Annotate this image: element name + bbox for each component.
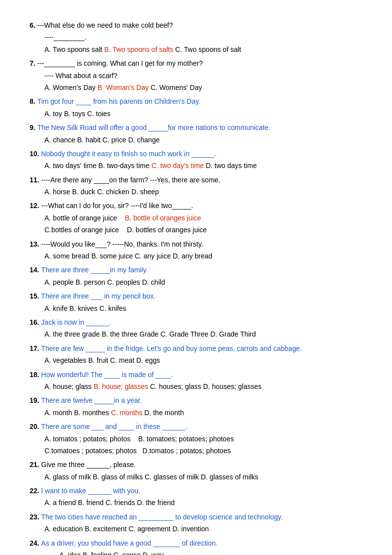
option-b: B. the three Grade [102, 330, 160, 338]
option-c: C. chicken [97, 188, 131, 196]
option-d: D. way [143, 551, 164, 555]
question-text: ---________ is coming. What can I get fo… [38, 59, 203, 67]
option-a: A. Women's Day [44, 84, 97, 91]
option-a: A. house; glass [44, 383, 94, 390]
question-text: As a driver, you should have a good ____… [41, 539, 217, 547]
question-text: ----Would you like___? -----No, thanks. … [41, 240, 203, 248]
question-text: There are some ___ and ____ in these ___… [41, 423, 187, 430]
option-a: A. knife [44, 304, 70, 312]
options-line: A. Two spoons salt B. Two spoons of salt… [44, 44, 362, 55]
question-line: 12. ---What can I do for you, sir? ----I… [30, 200, 362, 211]
question-block: 21. Give me three ______, please.A. glas… [30, 459, 362, 482]
question-number: 8. [30, 97, 38, 105]
question-number: 23. [30, 513, 41, 521]
question-line: 16. Jack is now in ______. [30, 317, 362, 328]
option-d: D. sheep [131, 188, 159, 196]
question-number: 14. [30, 266, 41, 274]
option-b: B. toys [64, 110, 87, 118]
options-line: A. chance B. habit C. price D. change [44, 134, 362, 145]
question-text: Nobody thought it easy to finish so much… [41, 150, 216, 158]
option-c: C.bottles of orange juice [44, 226, 119, 234]
option-c: C. months [111, 409, 145, 417]
option-b: B. feeling [82, 551, 113, 555]
option-d: D. Grade Third [210, 330, 256, 338]
option-c: C. Two spoons of salt [175, 45, 241, 53]
question-number: 9. [30, 124, 38, 131]
options-line: A. vegetables B. fruit C. meat D. eggs [44, 355, 362, 366]
question-line2: ----________. [44, 32, 362, 43]
question-line: 17. There are few _____ in the fridge. L… [30, 343, 362, 354]
option-a: A. two days' time [44, 162, 98, 170]
options-line: A. month B. monthes C. months D. the mon… [44, 407, 362, 418]
options-line: A. people B. person C. peoples D. child [44, 277, 362, 288]
options-line: A. horse B. duck C. chicken D. sheep [44, 186, 362, 197]
question-line: 21. Give me three ______, please. [30, 459, 362, 470]
quiz-container: 6. ---What else do we need to make cold … [30, 20, 362, 555]
option-d: D. two days time [206, 162, 257, 170]
question-block: 24. As a driver, you should have a good … [30, 538, 362, 555]
question-text: There are few _____ in the fridge. Let's… [41, 344, 302, 352]
option-a: A. vegetables [44, 356, 88, 364]
option-a: A. glass of milk [44, 473, 93, 481]
options-row2: C.tomatoes ; potatoes; photos D.tomatos … [44, 445, 362, 456]
option-a: A. the three grade [44, 330, 102, 338]
question-number: 12. [30, 202, 41, 210]
option-c: C. Grade Three [160, 330, 210, 338]
option-a: A. toy [44, 110, 64, 118]
question-text: There are twelve _____in a year. [41, 396, 142, 404]
question-block: 13. ----Would you like___? -----No, than… [30, 239, 362, 262]
question-number: 17. [30, 344, 41, 352]
question-number: 21. [30, 461, 41, 469]
question-text: The two cities have reached an _________… [41, 513, 282, 521]
question-text: How wonderful! The ____ is made of ____. [41, 371, 173, 379]
question-block: 17. There are few _____ in the fridge. L… [30, 343, 362, 366]
question-number: 10. [30, 150, 41, 158]
question-text: I want to make ______ with you. [41, 487, 140, 495]
option-c: C. price [103, 136, 128, 144]
option-a: A. idea [59, 551, 82, 555]
question-block: 20. There are some ___ and ____ in these… [30, 421, 362, 456]
question-text: The New Silk Road will offer a good ____… [38, 124, 271, 131]
option-b: B. monthes [74, 409, 111, 417]
question-number: 16. [30, 318, 41, 326]
option-c: C. two day's time [152, 162, 206, 170]
options-line: A. idea B. feeling C. sense D. way [59, 550, 362, 555]
question-line: 24. As a driver, you should have a good … [30, 538, 362, 549]
options-row1: A. tomatos ; potatos; photos B. tomatoes… [44, 433, 362, 444]
question-block: 7. ---________ is coming. What can I get… [30, 58, 362, 93]
option-d: D. child [142, 278, 165, 286]
question-number: 15. [30, 292, 41, 300]
question-line: 10. Nobody thought it easy to finish so … [30, 148, 362, 159]
option-c: C. friends [106, 499, 137, 507]
question-line: 11. ----Are there any ____on the farm? -… [30, 174, 362, 185]
question-text: There are three ___ in my pencil box. [41, 292, 156, 300]
question-line: 18. How wonderful! The ____ is made of _… [30, 369, 362, 380]
option-c: C. peoples [107, 278, 142, 286]
option-b: B. habit [77, 136, 102, 144]
options-line: A. some bread B. some juice C. any juice… [44, 251, 362, 261]
option-c: C. meat [110, 356, 136, 364]
question-line: 13. ----Would you like___? -----No, than… [30, 239, 362, 250]
option-d: D. any bread [173, 252, 212, 260]
option-c: C. agreement [128, 525, 172, 533]
options-row2: C.bottles of orange juiceD. bottles of o… [44, 224, 362, 235]
question-text: ----Are there any ____on the farm? ---Ye… [41, 176, 220, 184]
question-line: 6. ---What else do we need to make cold … [30, 20, 362, 31]
option-c: C. glasses of milk [145, 473, 201, 481]
options-line: A. a friend B. friend C. friends D. the … [44, 497, 362, 508]
option-a: A. chance [44, 136, 77, 144]
options-line: A. education B. excitement C. agreement … [44, 523, 362, 534]
question-block: 9. The New Silk Road will offer a good _… [30, 122, 362, 145]
options-line: A. the three grade B. the three Grade C.… [44, 329, 362, 340]
option-a: A. a friend [44, 499, 78, 507]
option-a: A. bottle of orange juice [44, 214, 117, 222]
question-block: 12. ---What can I do for you, sir? ----I… [30, 200, 362, 235]
question-block: 19. There are twelve _____in a year.A. m… [30, 395, 362, 418]
option-d: D. the month [144, 409, 184, 417]
question-line: 8. Tim got four ____ from his parents on… [30, 96, 362, 107]
option-c: C. toies [87, 110, 110, 118]
option-d: D. invention [172, 525, 209, 533]
question-line: 23. The two cities have reached an _____… [30, 512, 362, 522]
question-number: 24. [30, 539, 41, 547]
option-b: B. Two spoons of salts [104, 45, 175, 53]
